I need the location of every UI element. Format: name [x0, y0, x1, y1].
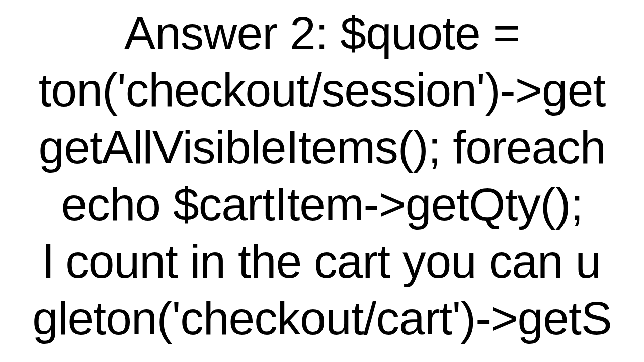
text-line-4: echo $cartItem->getQty(); [61, 176, 583, 233]
text-line-2: ton('checkout/session')->get [39, 62, 606, 119]
text-line-6: gleton('checkout/cart')->getS [32, 290, 612, 347]
text-line-3: getAllVisibleItems(); foreach [38, 119, 605, 176]
text-line-1: Answer 2: $quote = [124, 5, 520, 62]
text-line-5: l count in the cart you can u [43, 233, 601, 290]
cropped-code-text: Answer 2: $quote = ton('checkout/session… [0, 0, 644, 362]
